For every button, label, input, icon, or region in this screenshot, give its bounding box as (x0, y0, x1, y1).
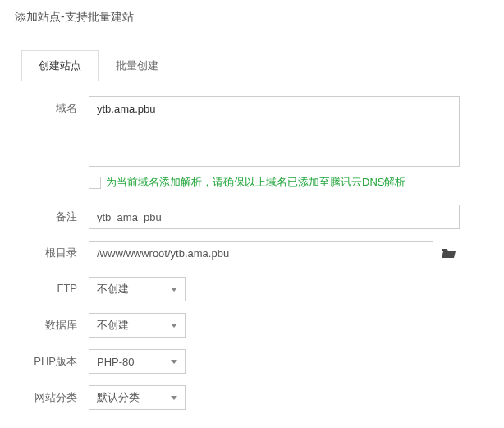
category-select-value: 默认分类 (97, 390, 140, 405)
chevron-down-icon (171, 360, 177, 364)
domain-textarea[interactable] (89, 96, 460, 167)
label-remark: 备注 (21, 205, 89, 224)
form: 域名 为当前域名添加解析，请确保以上域名已添加至腾讯云DNS解析 备注 根目录 … (0, 81, 504, 428)
label-php: PHP版本 (21, 349, 89, 369)
db-select[interactable]: 不创建 (89, 313, 186, 338)
category-select[interactable]: 默认分类 (89, 385, 186, 410)
ftp-select[interactable]: 不创建 (89, 277, 186, 301)
label-ftp: FTP (21, 277, 89, 294)
chevron-down-icon (171, 324, 177, 328)
folder-icon[interactable] (442, 247, 456, 259)
dns-checkbox[interactable] (89, 177, 101, 189)
db-select-value: 不创建 (97, 318, 129, 333)
divider (0, 35, 504, 35)
tabs: 创建站点 批量创建 (21, 50, 481, 81)
tab-batch-create[interactable]: 批量创建 (99, 50, 176, 81)
label-category: 网站分类 (21, 385, 89, 405)
label-root: 根目录 (21, 241, 89, 260)
label-db: 数据库 (21, 313, 89, 333)
ftp-select-value: 不创建 (97, 282, 129, 297)
php-select-value: PHP-80 (97, 356, 135, 368)
label-domain: 域名 (21, 96, 89, 116)
dialog-title: 添加站点-支持批量建站 (0, 0, 504, 35)
chevron-down-icon (171, 396, 177, 400)
dns-hint-label[interactable]: 为当前域名添加解析，请确保以上域名已添加至腾讯云DNS解析 (106, 175, 405, 190)
root-input[interactable] (89, 241, 433, 265)
remark-input[interactable] (89, 205, 460, 229)
chevron-down-icon (171, 288, 177, 292)
php-select[interactable]: PHP-80 (89, 349, 186, 374)
tab-create-site[interactable]: 创建站点 (21, 50, 99, 81)
